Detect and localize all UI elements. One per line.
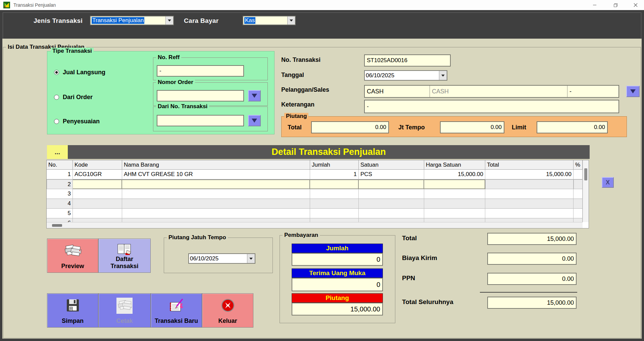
cell-jumlah[interactable] [310, 209, 359, 218]
cell-kode[interactable] [73, 179, 122, 189]
cell-no[interactable]: 1 [47, 170, 73, 179]
minimize-button[interactable] [587, 0, 602, 10]
piutang-jatuh-tempo-datepicker[interactable]: 06/10/2025 [188, 253, 255, 264]
cell-nama[interactable]: AHM CVT GREASE 10 GR [122, 170, 310, 179]
transaksi-baru-button[interactable]: Transaksi Baru [151, 293, 202, 328]
cell-satuan[interactable] [359, 218, 424, 222]
cell-total[interactable] [485, 199, 574, 209]
radio-penyesuaian[interactable]: Penyesuaian [54, 118, 100, 125]
simpan-button[interactable]: Simpan [47, 293, 98, 328]
total-seluruhnya-field[interactable]: 15,000.00 [487, 297, 577, 309]
cell-harga[interactable] [424, 189, 485, 199]
pelanggan-code-field[interactable]: CASH [365, 86, 430, 97]
daftar-transaksi-button[interactable]: Daftar Transaksi [98, 239, 151, 273]
pelanggan-extra-field[interactable]: - [567, 86, 618, 97]
table-row[interactable]: 6 [47, 218, 583, 222]
restore-button[interactable] [608, 0, 623, 10]
cell-pct[interactable] [574, 199, 583, 209]
close-icon[interactable] [628, 0, 643, 10]
cell-no[interactable]: 2 [47, 179, 73, 189]
detail-more-button[interactable]: ... [47, 145, 68, 159]
delete-row-button[interactable]: X [602, 177, 614, 188]
cell-pct[interactable] [574, 170, 583, 179]
cara-bayar-select[interactable]: Kas [243, 16, 296, 25]
jenis-transaksi-select[interactable]: Transaksi Penjualan [90, 16, 174, 25]
piutang-jt-tempo-field[interactable]: 0.00 [440, 121, 504, 133]
chevron-down-icon[interactable] [165, 16, 173, 25]
cell-nama[interactable] [122, 199, 310, 209]
scrollbar-thumb[interactable] [52, 224, 62, 227]
cell-jumlah[interactable] [310, 218, 359, 222]
cell-no[interactable]: 6 [47, 218, 73, 222]
cell-nama[interactable] [122, 189, 310, 199]
cell-total[interactable] [485, 189, 574, 199]
cell-satuan[interactable] [359, 179, 424, 189]
cell-total[interactable] [485, 209, 574, 218]
cetak-button[interactable]: Cetak [98, 293, 151, 328]
radio-dari-order[interactable]: Dari Order [54, 94, 93, 101]
cell-harga[interactable] [424, 199, 485, 209]
cell-no[interactable]: 5 [47, 209, 73, 218]
cell-kode[interactable] [73, 199, 122, 209]
cell-kode[interactable] [73, 209, 122, 218]
total-field[interactable]: 15,000.00 [487, 233, 577, 245]
cell-no[interactable]: 4 [47, 199, 73, 209]
chevron-down-icon[interactable] [247, 254, 255, 263]
cell-nama[interactable] [122, 209, 310, 218]
table-row[interactable]: 1ACG10GRAHM CVT GREASE 10 GR1PCS15,000.0… [47, 170, 583, 179]
cell-jumlah[interactable] [310, 199, 359, 209]
piutang-limit-field[interactable]: 0.00 [537, 121, 608, 133]
nomor-order-lookup-button[interactable] [248, 90, 261, 101]
cell-satuan[interactable] [359, 209, 424, 218]
cell-total[interactable]: 15,000.00 [485, 170, 574, 179]
cell-jumlah[interactable]: 1 [310, 170, 359, 179]
cell-satuan[interactable] [359, 189, 424, 199]
table-row[interactable]: 2 [47, 179, 583, 189]
dari-no-transaksi-lookup-button[interactable] [248, 115, 261, 126]
chevron-down-icon[interactable] [287, 16, 295, 25]
cell-pct[interactable] [574, 179, 583, 189]
table-row[interactable]: 3 [47, 189, 583, 199]
cell-pct[interactable] [574, 218, 583, 222]
cell-kode[interactable]: ACG10GR [73, 170, 122, 179]
table-row[interactable]: 4 [47, 199, 583, 209]
ppn-field[interactable]: 0.00 [487, 273, 577, 285]
cell-pct[interactable] [574, 209, 583, 218]
no-reff-input[interactable]: - [157, 65, 244, 77]
terima-uang-muka-field[interactable]: 0 [292, 278, 383, 291]
biaya-kirim-field[interactable]: 0.00 [487, 253, 577, 265]
piutang-total-field[interactable]: 0.00 [311, 121, 389, 133]
radio-jual-langsung[interactable]: Jual Langsung [54, 69, 105, 76]
piutang-field[interactable]: 15,000.00 [292, 303, 383, 315]
cell-nama[interactable] [122, 218, 310, 222]
cell-total[interactable] [485, 218, 574, 222]
keluar-button[interactable]: Keluar [202, 293, 253, 328]
cell-satuan[interactable]: PCS [359, 170, 424, 179]
cell-jumlah[interactable] [310, 189, 359, 199]
cell-pct[interactable] [574, 189, 583, 199]
tanggal-datepicker[interactable]: 06/10/2025 [364, 70, 447, 81]
scrollbar-thumb[interactable] [584, 168, 587, 180]
chevron-down-icon[interactable] [439, 71, 447, 80]
jumlah-field[interactable]: 0 [292, 253, 383, 266]
keterangan-input[interactable]: - [364, 100, 619, 113]
cell-harga[interactable]: 15,000.00 [424, 170, 485, 179]
cell-satuan[interactable] [359, 199, 424, 209]
cell-harga[interactable] [424, 179, 485, 189]
dari-no-transaksi-input[interactable] [157, 115, 244, 126]
table-row[interactable]: 5 [47, 209, 583, 218]
cell-no[interactable]: 3 [47, 189, 73, 199]
cell-nama[interactable] [122, 179, 310, 189]
cell-kode[interactable] [73, 189, 122, 199]
pelanggan-lookup-button[interactable] [626, 86, 640, 97]
pelanggan-name-field[interactable]: CASH [430, 86, 567, 97]
cell-jumlah[interactable] [310, 179, 359, 189]
cell-kode[interactable] [73, 218, 122, 222]
cell-harga[interactable] [424, 218, 485, 222]
vertical-scrollbar[interactable] [583, 160, 589, 222]
cell-total[interactable] [485, 179, 574, 189]
horizontal-scrollbar[interactable] [47, 222, 583, 228]
nomor-order-input[interactable] [157, 90, 244, 101]
cell-harga[interactable] [424, 209, 485, 218]
no-transaksi-field[interactable]: ST1025AD0016 [364, 54, 451, 67]
